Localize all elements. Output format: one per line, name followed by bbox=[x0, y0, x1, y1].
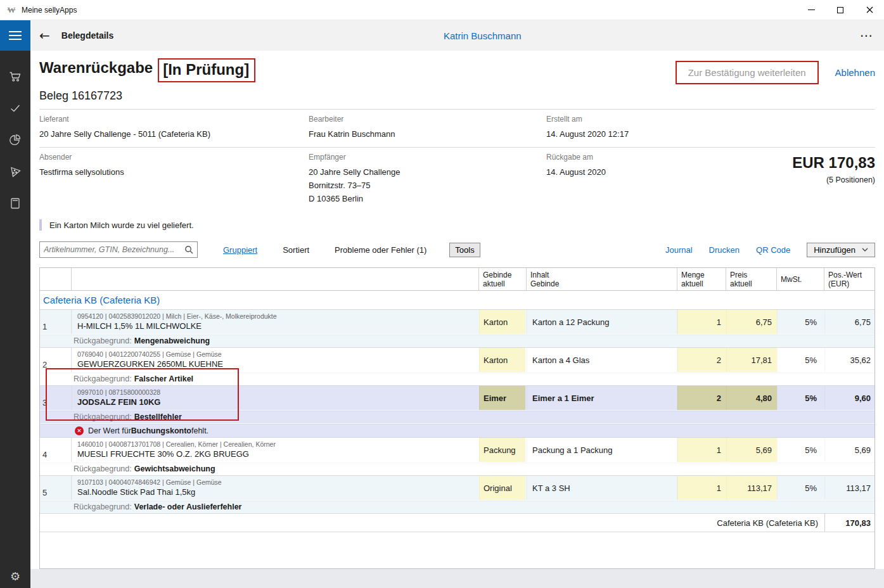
menge-cell[interactable]: 1 bbox=[677, 310, 726, 334]
row-number: 1 bbox=[40, 310, 72, 334]
search-box[interactable] bbox=[39, 241, 198, 258]
sidebar: ⚙ bbox=[0, 20, 30, 588]
nav-bar: ← Belegdetails Katrin Buschmann ⋯ bbox=[30, 20, 884, 51]
gebinde-cell[interactable]: Eimer bbox=[479, 386, 527, 410]
gebinde-cell[interactable]: Packung bbox=[479, 438, 527, 462]
mwst-cell: 5% bbox=[777, 386, 824, 410]
article-meta: 1460010 | 04008713701708 | Cerealien, Kö… bbox=[77, 440, 276, 449]
maximize-icon bbox=[837, 7, 843, 13]
article-name: H-MILCH 1,5% 1L MILCHWOLKE bbox=[77, 321, 202, 331]
preis-cell[interactable]: 4,80 bbox=[726, 386, 777, 410]
absender-label: Absender bbox=[39, 148, 309, 162]
tab-sortiert[interactable]: Sortiert bbox=[283, 245, 309, 255]
sidebar-item-cart[interactable] bbox=[7, 68, 23, 85]
table-row[interactable]: 5 9107103 | 04004074846942 | Gemüse | Ge… bbox=[40, 475, 874, 513]
poswert-cell: 113,17 bbox=[824, 476, 876, 500]
table-row[interactable]: 4 1460010 | 04008713701708 | Cerealien, … bbox=[40, 437, 874, 475]
empfaenger-value: 20 Jahre Selly Challenge Bornitzstr. 73–… bbox=[309, 162, 546, 205]
validation-error: ✕ Der Wert für Buchungskonto fehlt. bbox=[40, 423, 874, 437]
more-button[interactable]: ⋯ bbox=[860, 28, 874, 43]
col-number bbox=[40, 268, 72, 291]
error-icon: ✕ bbox=[75, 426, 84, 435]
gebinde-cell[interactable]: Karton bbox=[479, 348, 527, 372]
sidebar-item-statistics[interactable] bbox=[7, 132, 23, 148]
menge-cell[interactable]: 2 bbox=[677, 348, 726, 372]
tools-button[interactable]: Tools bbox=[449, 243, 480, 257]
menu-button[interactable] bbox=[0, 20, 30, 51]
table-footer-row: Cafeteria KB (Cafeteria KB) 170,83 bbox=[40, 513, 874, 532]
mwst-cell: 5% bbox=[777, 310, 824, 334]
preis-cell[interactable]: 6,75 bbox=[726, 310, 777, 334]
absender-value: Testfirma sellysolutions bbox=[39, 162, 309, 179]
poswert-cell: 5,69 bbox=[824, 438, 876, 462]
article-name: JODSALZ FEIN 10KG bbox=[77, 397, 160, 407]
article-meta: 0997010 | 08715800000328 bbox=[77, 388, 160, 397]
search-input[interactable] bbox=[44, 245, 184, 254]
sidebar-item-food[interactable] bbox=[7, 163, 23, 180]
tab-gruppiert[interactable]: Gruppiert bbox=[223, 245, 257, 255]
close-button[interactable] bbox=[855, 0, 884, 20]
back-button[interactable]: ← bbox=[39, 29, 50, 42]
table-row-selected[interactable]: 3 0997010 | 08715800000328 JODSALZ FEIN … bbox=[40, 385, 874, 437]
page-title: Belegdetails bbox=[61, 30, 113, 41]
ellipsis-icon: ⋯ bbox=[860, 28, 874, 43]
document-number: Beleg 16167723 bbox=[39, 89, 875, 103]
qr-code-link[interactable]: QR Code bbox=[756, 245, 790, 255]
col-poswert: Pos.-Wert(EUR) bbox=[824, 268, 876, 291]
article-name: MUESLI FRUECHTE 30% O.Z. 2KG BRUEGG bbox=[77, 449, 249, 459]
group-header[interactable]: Cafeteria KB (Cafeteria KB) bbox=[40, 291, 874, 309]
menge-cell[interactable]: 1 bbox=[677, 476, 726, 500]
poswert-cell: 9,60 bbox=[824, 386, 876, 410]
sidebar-item-catalog[interactable] bbox=[7, 195, 23, 212]
maximize-button[interactable] bbox=[826, 0, 855, 20]
hamburger-icon bbox=[9, 31, 22, 32]
back-arrow-icon: ← bbox=[39, 28, 50, 43]
gear-icon: ⚙ bbox=[10, 570, 20, 583]
gebinde-cell[interactable]: Karton bbox=[479, 310, 527, 334]
user-link[interactable]: Katrin Buschmann bbox=[444, 30, 522, 41]
reject-button[interactable]: Ablehnen bbox=[835, 67, 875, 78]
search-icon bbox=[184, 245, 193, 254]
preis-cell[interactable]: 5,69 bbox=[726, 438, 777, 462]
row-number: 4 bbox=[40, 438, 72, 462]
chevron-down-icon bbox=[862, 248, 868, 252]
return-reason: Rückgabegrund:Falscher Artikel bbox=[40, 372, 874, 385]
close-icon bbox=[866, 6, 873, 13]
article-meta: 0954120 | 04025839012020 | Milch | Eier-… bbox=[77, 312, 277, 321]
sidebar-item-approvals[interactable] bbox=[7, 100, 23, 117]
document-type-title: Warenrückgabe bbox=[39, 58, 153, 77]
journal-link[interactable]: Journal bbox=[665, 245, 693, 255]
check-icon bbox=[8, 101, 23, 116]
tab-probleme-fehler[interactable]: Probleme oder Fehler (1) bbox=[335, 245, 426, 255]
inhalt-cell: Karton a 4 Glas bbox=[527, 348, 677, 372]
status-badge: [In Prüfung] bbox=[158, 58, 255, 82]
rueckgabe-am-value: 14. August 2020 bbox=[546, 162, 606, 179]
drucken-link[interactable]: Drucken bbox=[709, 245, 740, 255]
hinzufuegen-dropdown[interactable]: Hinzufügen bbox=[807, 243, 875, 257]
mwst-cell: 5% bbox=[777, 348, 824, 372]
col-menge: Mengeaktuell bbox=[677, 268, 726, 291]
forward-for-confirmation-button[interactable]: Zur Bestätigung weiterleiten bbox=[676, 61, 819, 84]
preis-cell[interactable]: 17,81 bbox=[726, 348, 777, 372]
menge-cell[interactable]: 1 bbox=[677, 438, 726, 462]
erstellt-am-value: 14. August 2020 12:17 bbox=[546, 124, 875, 141]
table-header-row: Gebindeaktuell InhaltGebinde Mengeaktuel… bbox=[40, 268, 874, 291]
gebinde-cell[interactable]: Original bbox=[479, 476, 527, 500]
preis-cell[interactable]: 113,17 bbox=[726, 476, 777, 500]
poswert-cell: 35,62 bbox=[824, 348, 876, 372]
table-row[interactable]: 2 0769040 | 04012200740255 | Gemüse | Ge… bbox=[40, 347, 874, 385]
minimize-button[interactable] bbox=[797, 0, 826, 20]
window-titlebar: W Meine sellyApps bbox=[0, 0, 884, 20]
window-title: Meine sellyApps bbox=[22, 6, 77, 15]
table-empty-area bbox=[40, 532, 874, 568]
col-inhalt: InhaltGebinde bbox=[527, 268, 677, 291]
menge-cell[interactable]: 2 bbox=[677, 386, 726, 410]
lieferant-label: Lieferant bbox=[39, 110, 309, 124]
settings-button[interactable]: ⚙ bbox=[10, 570, 20, 583]
table-row[interactable]: 1 0954120 | 04025839012020 | Milch | Eie… bbox=[40, 309, 874, 347]
inhalt-cell: Packung a 1 Packung bbox=[527, 438, 677, 462]
inhalt-cell: Karton a 12 Packung bbox=[527, 310, 677, 334]
article-name: Sal.Noodle Stick Pad Thai 1,5kg bbox=[77, 487, 195, 497]
pizza-slice-icon bbox=[8, 164, 23, 179]
col-mwst: MwSt. bbox=[777, 268, 824, 291]
